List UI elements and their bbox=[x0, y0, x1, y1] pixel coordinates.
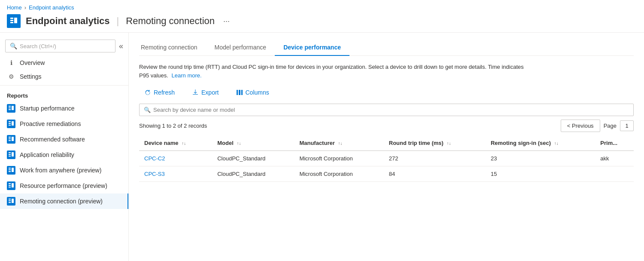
svg-rect-5 bbox=[9, 107, 11, 108]
pagination-row: Showing 1 to 2 of 2 records < Previous P… bbox=[139, 120, 634, 132]
tab-remoting-connection[interactable]: Remoting connection bbox=[139, 40, 206, 56]
table-row: CPC-S3 CloudPC_Standard Microsoft Corpor… bbox=[139, 166, 634, 182]
sidebar-item-settings[interactable]: ⚙ Settings bbox=[0, 70, 128, 83]
pagination-controls: < Previous Page 1 bbox=[561, 120, 634, 132]
learn-more-link[interactable]: Learn more. bbox=[172, 72, 202, 79]
sidebar-item-label: Work from anywhere (preview) bbox=[20, 167, 101, 174]
cell-model: CloudPC_Standard bbox=[212, 151, 294, 166]
svg-rect-9 bbox=[9, 123, 11, 124]
svg-rect-24 bbox=[9, 183, 11, 184]
svg-rect-18 bbox=[9, 156, 11, 157]
report-icon bbox=[7, 150, 15, 159]
app-title: Endpoint analytics bbox=[26, 15, 110, 27]
col-device-name[interactable]: Device name ↑↓ bbox=[139, 135, 212, 151]
svg-rect-20 bbox=[9, 168, 11, 169]
collapse-sidebar-button[interactable]: « bbox=[119, 42, 123, 51]
svg-rect-16 bbox=[9, 152, 11, 153]
col-manufacturer[interactable]: Manufacturer ↑↓ bbox=[294, 135, 383, 151]
export-label: Export bbox=[201, 89, 219, 96]
breadcrumb-home[interactable]: Home bbox=[7, 4, 22, 11]
previous-button[interactable]: < Previous bbox=[561, 120, 600, 132]
sidebar-item-work-from-anywhere[interactable]: Work from anywhere (preview) bbox=[0, 163, 128, 178]
sidebar-item-recommended-software[interactable]: Recommended software bbox=[0, 132, 128, 147]
report-icon bbox=[7, 135, 15, 144]
cell-manufacturer: Microsoft Corporation bbox=[294, 166, 383, 182]
tab-model-performance[interactable]: Model performance bbox=[206, 40, 275, 56]
cell-device-name[interactable]: CPC-S3 bbox=[139, 166, 212, 182]
cell-manufacturer: Microsoft Corporation bbox=[294, 151, 383, 166]
svg-rect-28 bbox=[9, 199, 11, 200]
breadcrumb-separator: › bbox=[24, 4, 26, 11]
svg-rect-8 bbox=[9, 121, 11, 122]
svg-rect-26 bbox=[9, 187, 11, 187]
report-icon bbox=[7, 197, 15, 206]
main-content: Remoting connection Model performance De… bbox=[129, 33, 644, 261]
svg-rect-11 bbox=[12, 121, 14, 126]
device-table: Device name ↑↓ Model ↑↓ Manufacturer ↑↓ … bbox=[139, 135, 634, 182]
svg-rect-17 bbox=[9, 154, 11, 155]
sidebar-item-remoting-connection[interactable]: Remoting connection (preview) bbox=[0, 193, 128, 209]
sidebar-item-label: Settings bbox=[20, 73, 42, 80]
page-header: Endpoint analytics | Remoting connection… bbox=[0, 12, 644, 33]
sidebar-item-proactive-remediations[interactable]: Proactive remediations bbox=[0, 116, 128, 132]
sidebar-item-overview[interactable]: ℹ Overview bbox=[0, 56, 128, 70]
sidebar-search[interactable]: 🔍 Search (Ctrl+/) bbox=[5, 40, 115, 52]
svg-rect-31 bbox=[12, 199, 14, 203]
col-model[interactable]: Model ↑↓ bbox=[212, 135, 294, 151]
gear-icon: ⚙ bbox=[7, 73, 15, 80]
sidebar-item-application-reliability[interactable]: Application reliability bbox=[0, 147, 128, 163]
svg-rect-13 bbox=[9, 138, 11, 139]
records-count: Showing 1 to 2 of 2 records bbox=[139, 123, 207, 129]
sidebar-item-label: Application reliability bbox=[20, 151, 74, 158]
col-remoting-signin[interactable]: Remoting sign-in (sec) ↑↓ bbox=[486, 135, 595, 151]
svg-rect-2 bbox=[10, 22, 13, 23]
toolbar: Refresh Export Columns bbox=[139, 86, 634, 98]
device-search-input[interactable] bbox=[153, 107, 629, 113]
svg-rect-3 bbox=[14, 18, 17, 23]
app-icon bbox=[7, 14, 21, 28]
device-search-box[interactable]: 🔍 bbox=[139, 104, 634, 116]
cell-model: CloudPC_Standard bbox=[212, 166, 294, 182]
more-options-button[interactable]: ··· bbox=[223, 17, 230, 26]
svg-rect-25 bbox=[9, 185, 11, 186]
svg-rect-23 bbox=[12, 168, 14, 172]
columns-label: Columns bbox=[246, 89, 269, 96]
header-divider: | bbox=[117, 15, 119, 27]
svg-rect-14 bbox=[9, 140, 11, 141]
refresh-button[interactable]: Refresh bbox=[139, 86, 180, 98]
svg-rect-6 bbox=[9, 109, 11, 110]
breadcrumb: Home › Endpoint analytics bbox=[0, 0, 644, 12]
sidebar-item-label: Resource performance (preview) bbox=[20, 182, 107, 189]
cell-remoting-signin: 23 bbox=[486, 151, 595, 166]
sidebar-item-label: Startup performance bbox=[20, 105, 75, 112]
svg-rect-10 bbox=[9, 125, 11, 126]
svg-rect-30 bbox=[9, 202, 11, 203]
svg-rect-15 bbox=[12, 137, 14, 141]
info-icon: ℹ bbox=[7, 59, 15, 66]
report-icon bbox=[7, 181, 15, 190]
sidebar-item-resource-performance[interactable]: Resource performance (preview) bbox=[0, 178, 128, 193]
search-icon: 🔍 bbox=[10, 43, 17, 49]
svg-rect-12 bbox=[9, 137, 11, 138]
page-number: 1 bbox=[620, 120, 634, 131]
col-primary-user[interactable]: Prim... bbox=[595, 135, 634, 151]
page-description: Review the round trip time (RTT) and Clo… bbox=[139, 63, 526, 80]
col-round-trip-time[interactable]: Round trip time (ms) ↑↓ bbox=[384, 135, 486, 151]
search-icon: 🔍 bbox=[144, 107, 151, 113]
svg-rect-27 bbox=[12, 183, 14, 187]
page-title: Remoting connection bbox=[126, 15, 215, 27]
search-placeholder: Search (Ctrl+/) bbox=[20, 43, 56, 49]
breadcrumb-current[interactable]: Endpoint analytics bbox=[29, 4, 74, 11]
svg-rect-21 bbox=[9, 169, 11, 170]
svg-rect-1 bbox=[10, 20, 13, 21]
reports-section-label: Reports bbox=[0, 87, 128, 101]
cell-primary-user bbox=[595, 166, 634, 182]
cell-device-name[interactable]: CPC-C2 bbox=[139, 151, 212, 166]
svg-rect-7 bbox=[12, 106, 14, 110]
columns-button[interactable]: Columns bbox=[231, 86, 274, 98]
cell-round-trip-time: 272 bbox=[384, 151, 486, 166]
tab-device-performance[interactable]: Device performance bbox=[275, 40, 349, 56]
export-button[interactable]: Export bbox=[187, 86, 224, 98]
report-icon bbox=[7, 120, 15, 128]
sidebar-item-startup-performance[interactable]: Startup performance bbox=[0, 101, 128, 116]
